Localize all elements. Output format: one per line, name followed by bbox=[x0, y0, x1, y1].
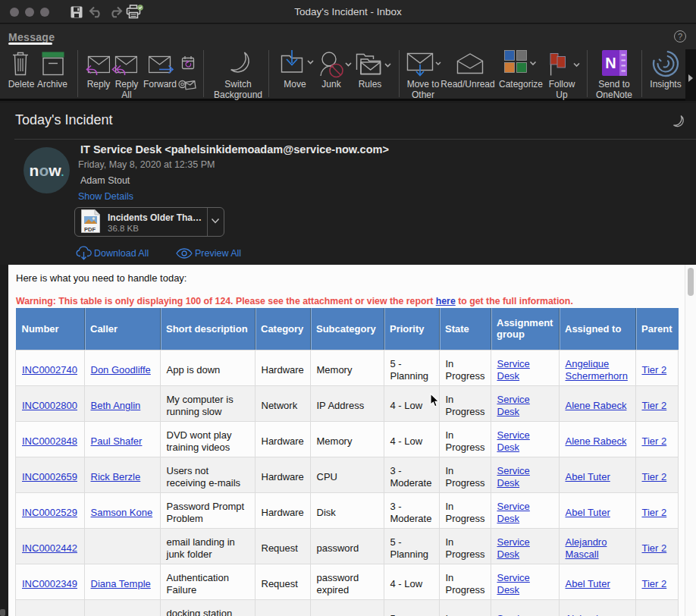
svg-text:N: N bbox=[605, 55, 616, 71]
svg-text:PDF: PDF bbox=[84, 226, 96, 233]
